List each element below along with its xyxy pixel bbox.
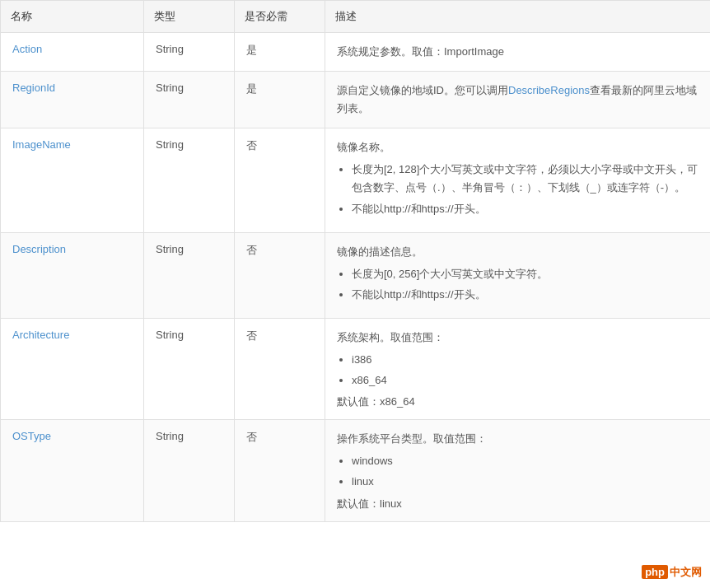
desc-bullet-list: i386x86_64 bbox=[352, 351, 698, 390]
param-required-cell: 否 bbox=[235, 128, 325, 232]
param-type-cell: String bbox=[144, 420, 235, 521]
param-type-cell: String bbox=[144, 72, 235, 128]
param-required-cell: 否 bbox=[235, 420, 325, 521]
desc-default: 默认值：x86_64 bbox=[337, 394, 698, 409]
param-desc-cell: 源自定义镜像的地域ID。您可以调用DescribeRegions查看最新的阿里云… bbox=[325, 72, 711, 128]
param-desc-cell: 系统架构。取值范围：i386x86_64默认值：x86_64 bbox=[325, 318, 711, 419]
list-item: 不能以http://和https://开头。 bbox=[352, 200, 698, 218]
list-item: linux bbox=[352, 473, 698, 491]
param-desc-cell: 操作系统平台类型。取值范围：windowslinux默认值：linux bbox=[325, 420, 711, 521]
param-name-cell: Architecture bbox=[1, 318, 144, 419]
desc-bullet-list: 长度为[0, 256]个大小写英文或中文字符。不能以http://和https:… bbox=[352, 265, 698, 304]
param-required-cell: 否 bbox=[235, 318, 325, 419]
list-item: 不能以http://和https://开头。 bbox=[352, 286, 698, 304]
header-name: 名称 bbox=[1, 1, 144, 33]
param-name: ImageName bbox=[12, 138, 71, 151]
list-item: i386 bbox=[352, 351, 698, 369]
desc-bullet-list: windowslinux bbox=[352, 452, 698, 491]
param-type-cell: String bbox=[144, 128, 235, 232]
param-required-cell: 是 bbox=[235, 33, 325, 72]
list-item: x86_64 bbox=[352, 371, 698, 390]
param-name-cell: Action bbox=[1, 33, 144, 72]
param-type-cell: String bbox=[144, 33, 235, 72]
param-type-cell: String bbox=[144, 232, 235, 318]
list-item: windows bbox=[352, 452, 698, 470]
param-desc-cell: 镜像的描述信息。长度为[0, 256]个大小写英文或中文字符。不能以http:/… bbox=[325, 232, 711, 318]
param-name-cell: Description bbox=[1, 232, 144, 318]
header-required: 是否必需 bbox=[235, 1, 325, 33]
list-item: 长度为[2, 128]个大小写英文或中文字符，必须以大小字母或中文开头，可包含数… bbox=[352, 161, 698, 197]
param-name-cell: OSType bbox=[1, 420, 144, 521]
param-name: Architecture bbox=[12, 329, 69, 341]
param-name-cell: RegionId bbox=[1, 72, 144, 128]
desc-intro: 镜像名称。 bbox=[337, 138, 698, 156]
param-name: OSType bbox=[12, 430, 51, 442]
param-required-cell: 否 bbox=[235, 232, 325, 318]
desc-text: 源自定义镜像的地域ID。您可以调用DescribeRegions查看最新的阿里云… bbox=[337, 82, 698, 118]
header-type: 类型 bbox=[144, 1, 235, 33]
desc-link[interactable]: DescribeRegions bbox=[508, 84, 590, 96]
header-desc: 描述 bbox=[325, 1, 711, 33]
param-name: RegionId bbox=[12, 82, 55, 94]
list-item: 长度为[0, 256]个大小写英文或中文字符。 bbox=[352, 265, 698, 283]
param-name: Description bbox=[12, 243, 66, 255]
desc-intro: 镜像的描述信息。 bbox=[337, 243, 698, 261]
param-name: Action bbox=[12, 43, 42, 55]
desc-intro: 操作系统平台类型。取值范围： bbox=[337, 430, 698, 448]
param-type-cell: String bbox=[144, 318, 235, 419]
desc-intro: 系统架构。取值范围： bbox=[337, 329, 698, 347]
desc-default: 默认值：linux bbox=[337, 497, 698, 511]
param-required-cell: 是 bbox=[235, 72, 325, 128]
desc-text: 系统规定参数。取值：ImportImage bbox=[337, 43, 698, 61]
param-desc-cell: 镜像名称。长度为[2, 128]个大小写英文或中文字符，必须以大小字母或中文开头… bbox=[325, 128, 711, 232]
param-name-cell: ImageName bbox=[1, 128, 144, 232]
desc-bullet-list: 长度为[2, 128]个大小写英文或中文字符，必须以大小字母或中文开头，可包含数… bbox=[352, 161, 698, 217]
param-desc-cell: 系统规定参数。取值：ImportImage bbox=[325, 33, 711, 72]
